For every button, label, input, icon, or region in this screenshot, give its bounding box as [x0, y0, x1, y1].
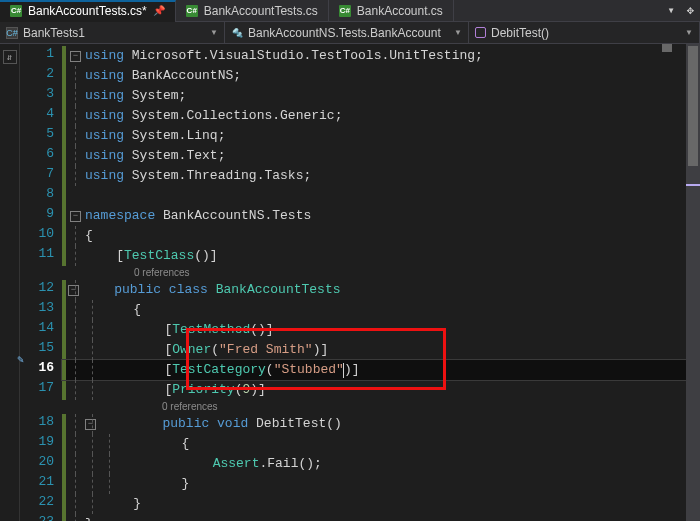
fold-toggle[interactable]: − [70, 51, 81, 62]
csharp-file-icon: C# [186, 5, 198, 17]
tab-label: BankAccountTests.cs [204, 4, 318, 18]
tab-label: BankAccountTests.cs* [28, 4, 147, 18]
csharp-file-icon: C# [10, 5, 22, 17]
current-line: [TestCategory("Stubbed")] [62, 360, 686, 380]
chevron-down-icon: ▼ [685, 28, 693, 37]
nav-class-label: BankAccountNS.Tests.BankAccount [248, 26, 441, 40]
tab-label: BankAccount.cs [357, 4, 443, 18]
nav-project-label: BankTests1 [23, 26, 85, 40]
chevron-down-icon: ▼ [454, 28, 462, 37]
split-handle[interactable] [662, 44, 672, 52]
vertical-scrollbar[interactable] [686, 44, 700, 521]
line-number-column: 1 2 3 4 5 6 7 8 9 10 11 12 13 14 15 16 1… [20, 44, 62, 521]
project-icon: C# [6, 27, 18, 39]
code-editor: ⇵ 1 2 3 4 5 6 7 8 9 10 11 12 13 14 15 16… [0, 44, 700, 521]
codelens-references[interactable]: 0 references [62, 400, 686, 414]
dropdown-files-icon[interactable]: ▾ [662, 3, 681, 18]
solution-explorer-sync-icon[interactable]: ✥ [681, 3, 700, 18]
track-changes-icon: ✎ [17, 350, 24, 370]
method-icon [475, 27, 486, 38]
nav-member-dropdown[interactable]: DebitTest() ▼ [469, 22, 700, 43]
tab-bankaccounttests-dirty[interactable]: C# BankAccountTests.cs* 📌 [0, 0, 176, 22]
tab-bankaccount[interactable]: C# BankAccount.cs [329, 0, 454, 22]
scrollbar-caret-marker [686, 184, 700, 186]
tab-bankaccounttests[interactable]: C# BankAccountTests.cs [176, 0, 329, 22]
class-icon: 🔩 [231, 27, 243, 39]
navigation-bar: C# BankTests1 ▼ 🔩 BankAccountNS.Tests.Ba… [0, 22, 700, 44]
nav-project-dropdown[interactable]: C# BankTests1 ▼ [0, 22, 225, 43]
tab-bar: C# BankAccountTests.cs* 📌 C# BankAccount… [0, 0, 700, 22]
nav-member-label: DebitTest() [491, 26, 549, 40]
fold-toggle[interactable]: − [70, 211, 81, 222]
outline-gutter: ⇵ [0, 44, 20, 521]
csharp-file-icon: C# [339, 5, 351, 17]
chevron-down-icon: ▼ [210, 28, 218, 37]
scrollbar-thumb[interactable] [688, 46, 698, 166]
codelens-references[interactable]: 0 references [62, 266, 686, 280]
code-area[interactable]: ✎ −using Microsoft.VisualStudio.TestTool… [62, 44, 686, 521]
outline-toggle-icon[interactable]: ⇵ [3, 50, 17, 64]
pin-icon[interactable]: 📌 [153, 5, 165, 16]
nav-class-dropdown[interactable]: 🔩 BankAccountNS.Tests.BankAccount ▼ [225, 22, 469, 43]
